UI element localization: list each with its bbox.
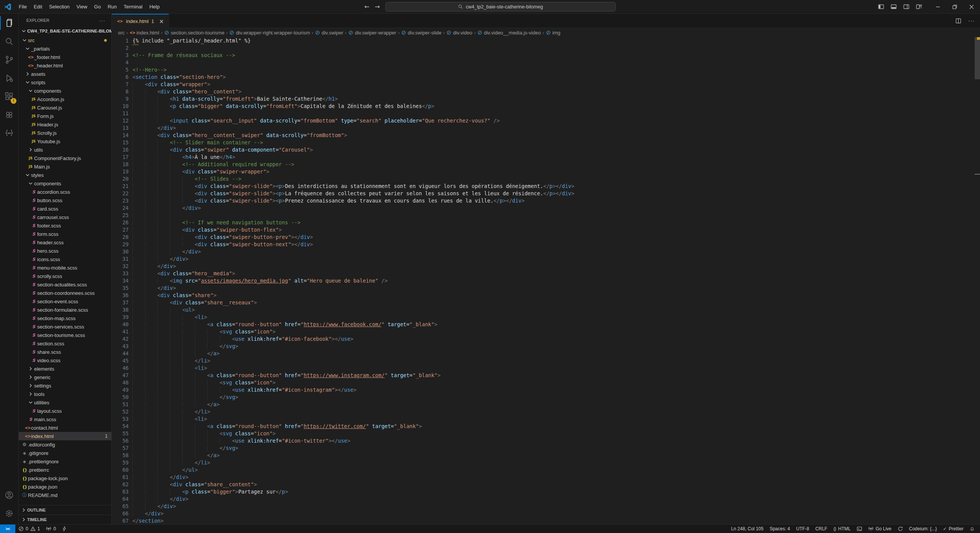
- tree-item-header.scss[interactable]: Sheader.scss: [19, 238, 111, 247]
- close-button[interactable]: [963, 0, 980, 13]
- menu-edit[interactable]: Edit: [30, 0, 46, 13]
- tree-item-_footer.html[interactable]: <>_footer.html: [19, 53, 111, 61]
- activity-settings-icon[interactable]: [0, 504, 18, 523]
- tree-item-section-actualites.scss[interactable]: Ssection-actualites.scss: [19, 280, 111, 289]
- breadcrumb-item[interactable]: div.video__media.js-video: [477, 30, 541, 36]
- menu-selection[interactable]: Selection: [46, 0, 73, 13]
- tree-item-section-event.scss[interactable]: Ssection-event.scss: [19, 297, 111, 306]
- tree-item-src[interactable]: src: [19, 36, 111, 44]
- restore-button[interactable]: [946, 0, 963, 13]
- breadcrumb-item[interactable]: img: [546, 30, 560, 36]
- tree-item-_header.html[interactable]: <>_header.html: [19, 61, 111, 70]
- nav-back-icon[interactable]: ←: [364, 3, 369, 10]
- tab-close-icon[interactable]: ×: [159, 18, 164, 25]
- status-go-live[interactable]: Go Live: [865, 525, 894, 533]
- nav-forward-icon[interactable]: →: [375, 3, 380, 10]
- tree-item-readme.md[interactable]: ⓘREADME.md: [19, 491, 111, 499]
- tree-item-form.js[interactable]: JSForm.js: [19, 112, 111, 120]
- tree-item-assets[interactable]: assets: [19, 70, 111, 78]
- panel-timeline[interactable]: TIMELINE: [19, 515, 111, 524]
- status-codeium[interactable]: Codeium: {...}: [906, 525, 940, 533]
- tree-item-section-services.scss[interactable]: Ssection-services.scss: [19, 322, 111, 331]
- tree-item-youtube.js[interactable]: JSYoutube.js: [19, 137, 111, 146]
- status-sync[interactable]: [895, 525, 906, 533]
- problems-status[interactable]: 01: [15, 525, 43, 533]
- tree-item-hero.scss[interactable]: Shero.scss: [19, 247, 111, 255]
- tree-item-generic[interactable]: generic: [19, 373, 111, 381]
- activity-braces-extension-icon[interactable]: [0, 124, 18, 142]
- tree-item-main.js[interactable]: JSMain.js: [19, 162, 111, 171]
- activity-clover-extension-icon[interactable]: [0, 106, 18, 124]
- tree-item-package-lock.json[interactable]: {}package-lock.json: [19, 474, 111, 482]
- activity-extensions-icon[interactable]: !: [0, 87, 18, 106]
- tree-item-share.scss[interactable]: Sshare.scss: [19, 348, 111, 356]
- tree-item-_partials[interactable]: _partials: [19, 44, 111, 53]
- tree-item-package.json[interactable]: {}package.json: [19, 482, 111, 491]
- menu-file[interactable]: File: [15, 0, 30, 13]
- tree-item-header.js[interactable]: JSHeader.js: [19, 120, 111, 129]
- breadcrumb-item[interactable]: div.video: [446, 30, 472, 36]
- activity-account-icon[interactable]: [0, 486, 18, 504]
- panel-outline[interactable]: OUTLINE: [19, 505, 111, 515]
- minimize-button[interactable]: [929, 0, 946, 13]
- status-encoding[interactable]: UTF-8: [793, 525, 812, 533]
- tree-item-menu-mobile.scss[interactable]: Smenu-mobile.scss: [19, 263, 111, 272]
- status-terminal[interactable]: [854, 525, 865, 533]
- status-line-col[interactable]: Ln 248, Col 105: [728, 525, 767, 533]
- tree-item-.prettierrc[interactable]: {}.prettierrc: [19, 466, 111, 474]
- code-editor[interactable]: 1234567891011121314151617181920212223242…: [112, 37, 980, 524]
- command-center-search[interactable]: cw4_tp2_baie-ste-catherine-bilomeg: [385, 2, 616, 11]
- menu-run[interactable]: Run: [104, 0, 120, 13]
- tree-item-.gitignore[interactable]: ◈.gitignore: [19, 449, 111, 457]
- bolt-icon[interactable]: [59, 525, 70, 533]
- status-eol[interactable]: CRLF: [812, 525, 830, 533]
- menu-terminal[interactable]: Terminal: [120, 0, 146, 13]
- activity-run-debug-icon[interactable]: [0, 69, 18, 87]
- tree-item-.editorconfig[interactable]: ⚙.editorconfig: [19, 440, 111, 449]
- toggle-sidebar-icon[interactable]: [878, 4, 884, 10]
- tree-item-settings[interactable]: settings: [19, 381, 111, 390]
- tree-item-icons.scss[interactable]: Sicons.scss: [19, 255, 111, 263]
- status-prettier[interactable]: ✓Prettier: [940, 525, 967, 533]
- tree-item-index.html[interactable]: <>index.html1: [19, 432, 111, 440]
- tab-index-html[interactable]: <> index.html 1 ×: [112, 14, 169, 28]
- breadcrumb-item[interactable]: <>index.html: [130, 30, 159, 36]
- toggle-secondary-sidebar-icon[interactable]: [903, 4, 909, 10]
- tree-item-componentfactory.js[interactable]: JSComponentFactory.js: [19, 154, 111, 162]
- breadcrumb-item[interactable]: div.swiper: [315, 30, 343, 36]
- breadcrumb-item[interactable]: src: [118, 30, 124, 36]
- tree-item-styles[interactable]: styles: [19, 171, 111, 179]
- breadcrumb-item[interactable]: div.swiper-slide: [401, 30, 441, 36]
- menu-help[interactable]: Help: [146, 0, 163, 13]
- tree-item-scripts[interactable]: scripts: [19, 78, 111, 87]
- tree-item-section-map.scss[interactable]: Ssection-map.scss: [19, 314, 111, 322]
- menu-view[interactable]: View: [73, 0, 91, 13]
- tree-item-scrolly.scss[interactable]: Sscrolly.scss: [19, 272, 111, 280]
- menu-go[interactable]: Go: [91, 0, 104, 13]
- breadcrumb-item[interactable]: div.swiper-wrapper: [348, 30, 396, 36]
- split-editor-icon[interactable]: [956, 18, 961, 24]
- tree-item-form.scss[interactable]: Sform.scss: [19, 230, 111, 238]
- tree-item-section-coordonnees.scss[interactable]: Ssection-coordonnees.scss: [19, 289, 111, 297]
- tree-item-accordion.js[interactable]: JSAccordion.js: [19, 95, 111, 103]
- tree-item-footer.scss[interactable]: Sfooter.scss: [19, 221, 111, 230]
- customize-layout-icon[interactable]: [916, 4, 922, 10]
- status-bell[interactable]: [967, 525, 978, 533]
- toggle-panel-icon[interactable]: [891, 4, 897, 10]
- remote-button[interactable]: ><: [0, 525, 15, 533]
- tree-item-components[interactable]: components: [19, 87, 111, 95]
- status-language[interactable]: {}HTML: [830, 525, 854, 533]
- tree-item-accordion.scss[interactable]: Saccordion.scss: [19, 188, 111, 196]
- workspace-root[interactable]: CW4_TP2_BAIE-STE-CATHERINE-BILOMEG: [19, 27, 111, 35]
- status-spaces[interactable]: Spaces: 4: [766, 525, 793, 533]
- tree-item-scrolly.js[interactable]: JSScrolly.js: [19, 129, 111, 137]
- ports-status[interactable]: 0: [43, 525, 59, 533]
- breadcrumb-item[interactable]: div.wrapper-right.wrapper-tourism: [229, 30, 310, 36]
- tree-item-utils[interactable]: utils: [19, 146, 111, 154]
- tree-item-section.scss[interactable]: Ssection.scss: [19, 339, 111, 348]
- editor-actions-more-icon[interactable]: ···: [968, 18, 975, 24]
- activity-source-control-icon[interactable]: [0, 51, 18, 69]
- tree-item-layout.scss[interactable]: Slayout.scss: [19, 407, 111, 415]
- activity-explorer-icon[interactable]: [0, 14, 18, 32]
- tree-item-carrousel.scss[interactable]: Scarrousel.scss: [19, 213, 111, 221]
